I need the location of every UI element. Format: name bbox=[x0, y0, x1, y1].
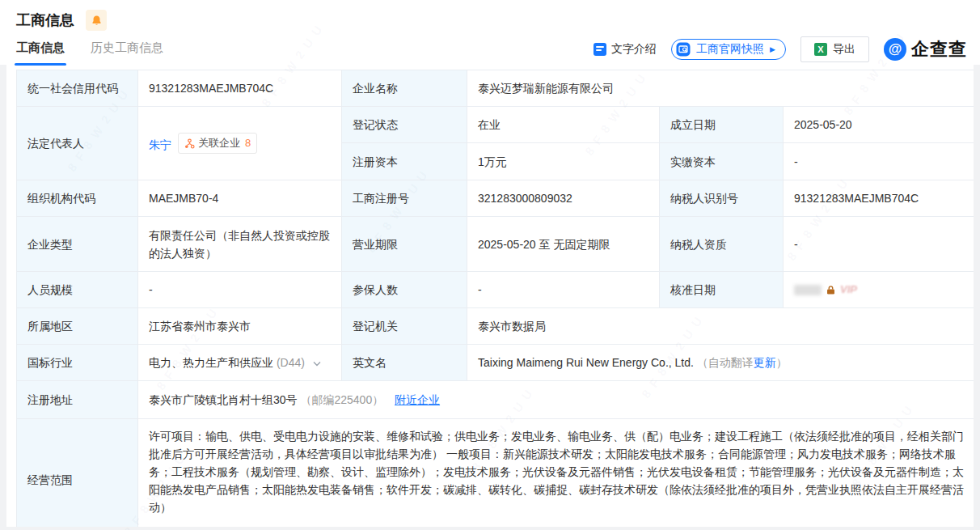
business-term-label: 营业期限 bbox=[342, 217, 467, 272]
reg-capital-value: 1万元 bbox=[467, 143, 660, 180]
table-row: 经营范围 许可项目：输电、供电、受电电力设施的安装、维修和试验；供电业务；发电业… bbox=[17, 419, 975, 530]
address-text: 泰兴市广陵镇北肖村十组30号 bbox=[149, 393, 298, 406]
business-info-table: 统一社会信用代码 91321283MAEJMB704C 企业名称 泰兴迈梦瑞新能… bbox=[16, 70, 975, 530]
legal-rep-link[interactable]: 朱宁 bbox=[149, 138, 171, 151]
staff-size-value: - bbox=[138, 272, 342, 308]
unified-code-value: 91321283MAEJMB704C bbox=[138, 70, 342, 107]
toolbar: 文字介绍 工商官网快照 ▶ X 导出 @ 企查查 bbox=[593, 36, 967, 63]
official-snapshot-button[interactable]: 工商官网快照 ▶ bbox=[671, 39, 786, 60]
left-edge bbox=[0, 65, 6, 530]
tab-business-info[interactable]: 工商信息 bbox=[16, 40, 65, 66]
company-name-value: 泰兴迈梦瑞新能源有限公司 bbox=[467, 70, 975, 107]
approval-date-label: 核准日期 bbox=[660, 272, 784, 308]
notification-bell-button[interactable] bbox=[86, 10, 107, 31]
reg-status-value: 在业 bbox=[467, 107, 660, 143]
address-value: 泰兴市广陵镇北肖村十组30号 （邮编225400） 附近企业 bbox=[138, 381, 975, 419]
text-document-icon bbox=[593, 43, 606, 56]
table-row: 法定代表人 朱宁 关联企业 8 登记状态 在业 成立日期 2025-05-20 bbox=[17, 107, 975, 143]
text-intro-button[interactable]: 文字介绍 bbox=[593, 42, 657, 57]
reg-authority-label: 登记机关 bbox=[342, 308, 467, 345]
bottom-edge bbox=[0, 527, 980, 530]
qichacha-brand-name: 企查查 bbox=[911, 37, 967, 61]
nearby-companies-link[interactable]: 附近企业 bbox=[395, 393, 440, 406]
table-row: 企业类型 有限责任公司（非自然人投资或控股的法人独资） 营业期限 2025-05… bbox=[17, 217, 975, 272]
business-scope-label: 经营范围 bbox=[17, 419, 138, 530]
business-scope-value: 许可项目：输电、供电、受电电力设施的安装、维修和试验；供电业务；发电业务、输电业… bbox=[138, 419, 975, 530]
company-type-label: 企业类型 bbox=[17, 217, 138, 272]
taxpayer-qualification-label: 纳税人资质 bbox=[660, 217, 784, 272]
company-type-value: 有限责任公司（非自然人投资或控股的法人独资） bbox=[138, 217, 342, 272]
tab-history-business-info[interactable]: 历史工商信息 bbox=[91, 40, 163, 66]
table-row: 组织机构代码 MAEJMB70-4 工商注册号 321283000809032 … bbox=[17, 180, 975, 217]
paid-capital-label: 实缴资本 bbox=[660, 143, 784, 180]
company-name-label: 企业名称 bbox=[342, 70, 467, 107]
industry-text: 电力、热力生产和供应业 bbox=[149, 356, 273, 369]
bell-icon bbox=[91, 15, 103, 27]
insured-count-label: 参保人数 bbox=[342, 272, 467, 308]
chevron-down-icon[interactable] bbox=[313, 354, 321, 371]
industry-label: 国标行业 bbox=[17, 345, 138, 381]
text-intro-label: 文字介绍 bbox=[611, 42, 657, 57]
blurred-date bbox=[794, 285, 822, 295]
org-code-label: 组织机构代码 bbox=[17, 180, 138, 217]
reg-status-label: 登记状态 bbox=[342, 107, 467, 143]
auto-translate-note-close: ） bbox=[776, 356, 788, 369]
vip-locked-value[interactable]: VIP bbox=[794, 281, 964, 299]
taxpayer-qualification-value: - bbox=[784, 217, 975, 272]
qichacha-logo-icon: @ bbox=[884, 38, 906, 61]
english-name-label: 英文名 bbox=[342, 345, 467, 381]
section-header: 工商信息 bbox=[16, 10, 107, 31]
reg-capital-label: 注册资本 bbox=[342, 143, 467, 180]
page-title: 工商信息 bbox=[16, 11, 74, 30]
approval-date-value: VIP bbox=[784, 272, 975, 308]
address-postcode: （邮编225400） bbox=[300, 393, 383, 406]
region-label: 所属地区 bbox=[17, 308, 138, 345]
export-label: 导出 bbox=[833, 42, 855, 57]
snapshot-label: 工商官网快照 bbox=[696, 42, 764, 57]
table-row: 统一社会信用代码 91321283MAEJMB704C 企业名称 泰兴迈梦瑞新能… bbox=[17, 70, 975, 107]
org-chart-icon bbox=[184, 138, 195, 149]
business-info-page: 8F8W2UU 8F8W2UU 8F8W2UU 8F8W2UU 8F8W2UU … bbox=[0, 0, 980, 530]
auto-translate-note: （自动翻译 bbox=[697, 356, 754, 369]
table-row: 注册地址 泰兴市广陵镇北肖村十组30号 （邮编225400） 附近企业 bbox=[17, 381, 975, 419]
legal-rep-label: 法定代表人 bbox=[17, 107, 138, 180]
reg-number-label: 工商注册号 bbox=[342, 180, 467, 217]
paid-capital-value: - bbox=[784, 143, 975, 180]
table-row: 国标行业 电力、热力生产和供应业 (D44) 英文名 Taixing Maime… bbox=[17, 345, 975, 381]
reg-number-value: 321283000809032 bbox=[467, 180, 660, 217]
org-code-value: MAEJMB70-4 bbox=[138, 180, 342, 217]
vip-badge: VIP bbox=[840, 281, 857, 299]
excel-icon: X bbox=[814, 43, 827, 56]
reg-authority-value: 泰兴市数据局 bbox=[467, 308, 975, 345]
taxpayer-id-value: 91321283MAEJMB704C bbox=[784, 180, 975, 217]
unified-code-label: 统一社会信用代码 bbox=[17, 70, 138, 107]
establish-date-value: 2025-05-20 bbox=[784, 107, 975, 143]
snapshot-camera-icon bbox=[676, 42, 691, 57]
english-name-value: Taixing Maimeng Rui New Energy Co., Ltd.… bbox=[467, 345, 975, 381]
table-row: 所属地区 江苏省泰州市泰兴市 登记机关 泰兴市数据局 bbox=[17, 308, 975, 345]
chevron-right-icon: ▶ bbox=[770, 46, 775, 53]
translate-update-link[interactable]: 更新 bbox=[754, 356, 776, 369]
insured-count-value: - bbox=[467, 272, 660, 308]
table-row: 人员规模 - 参保人数 - 核准日期 VIP bbox=[17, 272, 975, 308]
related-companies-label: 关联企业 bbox=[198, 134, 240, 152]
related-companies-badge[interactable]: 关联企业 8 bbox=[178, 133, 257, 154]
export-button[interactable]: X 导出 bbox=[800, 36, 869, 62]
lock-icon bbox=[826, 285, 836, 295]
related-companies-count: 8 bbox=[245, 134, 251, 152]
english-name-text: Taixing Maimeng Rui New Energy Co., Ltd. bbox=[478, 356, 694, 369]
tab-bar: 工商信息 历史工商信息 bbox=[16, 40, 163, 66]
legal-rep-value: 朱宁 关联企业 8 bbox=[138, 107, 342, 180]
taxpayer-id-label: 纳税人识别号 bbox=[660, 180, 784, 217]
right-edge bbox=[974, 65, 980, 530]
industry-value: 电力、热力生产和供应业 (D44) bbox=[138, 345, 342, 381]
address-label: 注册地址 bbox=[17, 381, 138, 419]
establish-date-label: 成立日期 bbox=[660, 107, 784, 143]
industry-code: (D44) bbox=[277, 356, 305, 369]
staff-size-label: 人员规模 bbox=[17, 272, 138, 308]
qichacha-brand[interactable]: @ 企查查 bbox=[884, 37, 967, 61]
business-term-value: 2025-05-20 至 无固定期限 bbox=[467, 217, 660, 272]
region-value: 江苏省泰州市泰兴市 bbox=[138, 308, 342, 345]
